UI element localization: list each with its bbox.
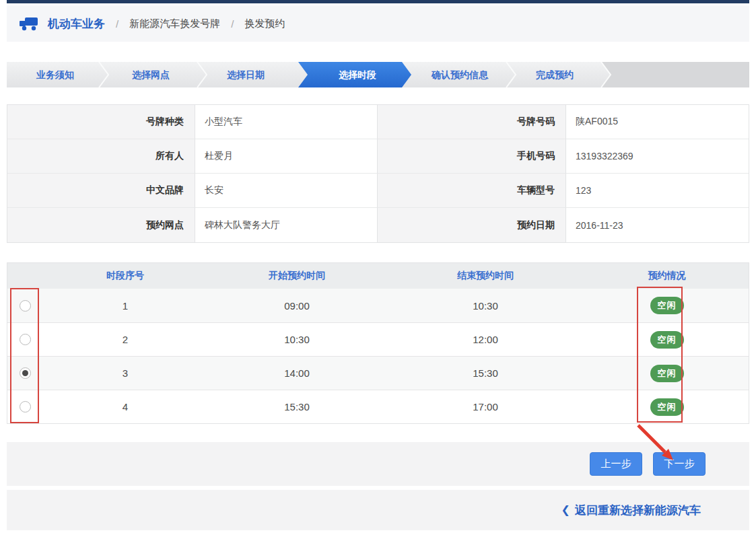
step-progress-bar: 业务须知 选择网点 选择日期 选择时段 确认预约信息 完成预约 (7, 62, 749, 87)
info-value-plate-number: 陕AF0015 (566, 105, 749, 139)
previous-step-button[interactable]: 上一步 (590, 452, 642, 476)
step-tab-select-site[interactable]: 选择网点 (100, 62, 201, 87)
header-start-time: 开始预约时间 (208, 270, 386, 282)
info-label-date: 预约日期 (378, 208, 566, 242)
slot-end: 10:30 (386, 300, 585, 312)
breadcrumb-item-vehicle-services[interactable]: 机动车业务 (48, 16, 105, 32)
next-step-button[interactable]: 下一步 (653, 452, 706, 476)
info-value-date: 2016-11-23 (566, 208, 749, 242)
breadcrumb-item-renewal-booking[interactable]: 换发预约 (244, 17, 285, 30)
slot-radio-1[interactable] (20, 300, 31, 312)
info-label-site: 预约网点 (7, 208, 195, 242)
back-link-label: 返回重新选择新能源汽车 (575, 503, 701, 518)
slot-row-3[interactable]: 3 14:00 15:30 空闲 (7, 356, 749, 390)
slot-end: 15:30 (386, 367, 585, 379)
slot-end: 17:00 (386, 401, 585, 412)
info-label-brand: 中文品牌 (7, 174, 195, 208)
info-label-model: 车辆型号 (378, 174, 566, 208)
slot-seq: 4 (42, 401, 208, 412)
info-value-plate-type: 小型汽车 (195, 105, 378, 139)
step-tab-notice[interactable]: 业务须知 (5, 62, 106, 87)
slot-start: 10:30 (208, 334, 386, 345)
breadcrumb-separator: / (229, 18, 236, 30)
info-value-site: 碑林大队警务大厅 (195, 208, 378, 242)
slot-row-2[interactable]: 2 10:30 12:00 空闲 (7, 322, 749, 356)
step-tab-select-time[interactable]: 选择时段 (307, 62, 408, 87)
top-accent-bar (7, 0, 749, 3)
status-badge-available: 空闲 (650, 297, 684, 314)
back-to-vehicle-select-link[interactable]: 返回重新选择新能源汽车 (561, 503, 701, 518)
time-slot-table: 时段序号 开始预约时间 结束预约时间 预约情况 1 09:00 10:30 空闲… (7, 262, 749, 424)
status-badge-available: 空闲 (650, 398, 684, 416)
chevron-left-icon (561, 503, 570, 517)
info-value-owner: 杜爱月 (195, 139, 378, 174)
info-label-plate-type: 号牌种类 (7, 105, 195, 139)
slot-radio-4[interactable] (20, 401, 31, 412)
slot-row-4[interactable]: 4 15:30 17:00 空闲 (7, 390, 749, 423)
step-tab-select-date[interactable]: 选择日期 (195, 62, 296, 87)
slot-seq: 1 (42, 300, 208, 312)
status-badge-available: 空闲 (650, 331, 684, 349)
info-label-plate-number: 号牌号码 (378, 105, 566, 139)
step-tab-complete[interactable]: 完成预约 (504, 62, 605, 87)
info-label-owner: 所有人 (7, 139, 195, 174)
back-link-bar: 返回重新选择新能源汽车 (7, 490, 749, 530)
header-slot-seq: 时段序号 (42, 270, 208, 282)
info-label-phone: 手机号码 (378, 139, 566, 174)
slot-seq: 2 (42, 334, 208, 345)
info-value-model: 123 (566, 174, 749, 208)
info-value-phone: 13193322369 (566, 139, 749, 174)
header-status: 预约情况 (585, 270, 749, 282)
actions-bar: 上一步 下一步 (7, 442, 749, 486)
slot-seq: 3 (42, 367, 208, 379)
booking-info-table: 号牌种类 小型汽车 号牌号码 陕AF0015 所有人 杜爱月 手机号码 1319… (7, 104, 749, 243)
header-end-time: 结束预约时间 (386, 270, 585, 282)
status-badge-available: 空闲 (650, 365, 684, 382)
slot-radio-3[interactable] (20, 367, 31, 379)
page-container: 机动车业务 / 新能源汽车换发号牌 / 换发预约 业务须知 选择网点 (7, 0, 749, 530)
slot-radio-2[interactable] (20, 334, 31, 345)
breadcrumb-item-plate-renewal[interactable]: 新能源汽车换发号牌 (129, 17, 220, 30)
slot-start: 15:30 (208, 401, 386, 412)
breadcrumb: 机动车业务 / 新能源汽车换发号牌 / 换发预约 (7, 5, 749, 42)
slot-start: 14:00 (208, 367, 386, 379)
slot-start: 09:00 (208, 300, 386, 312)
slot-end: 12:00 (386, 334, 585, 345)
slot-table-header: 时段序号 开始预约时间 结束预约时间 预约情况 (7, 263, 749, 289)
truck-icon (19, 15, 39, 32)
step-tab-confirm-info[interactable]: 确认预约信息 (409, 62, 510, 87)
info-value-brand: 长安 (195, 174, 378, 208)
slot-row-1[interactable]: 1 09:00 10:30 空闲 (7, 289, 749, 322)
breadcrumb-separator: / (114, 18, 121, 30)
